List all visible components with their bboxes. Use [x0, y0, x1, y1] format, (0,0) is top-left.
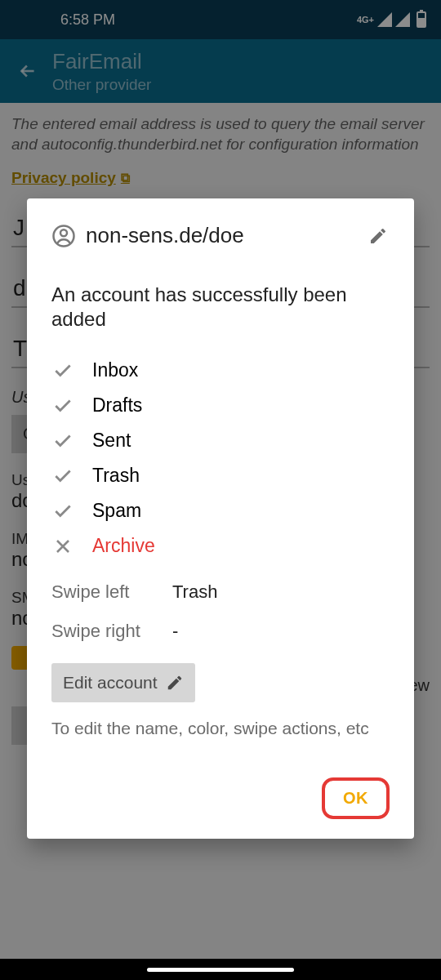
folder-name: Drafts — [92, 394, 142, 416]
ok-button[interactable]: OK — [322, 777, 390, 819]
pencil-icon — [166, 674, 184, 692]
folder-name: Trash — [92, 465, 140, 487]
edit-account-button[interactable]: Edit account — [51, 663, 195, 702]
account-added-dialog: non-sens.de/doe An account has successfu… — [27, 198, 414, 839]
swipe-right-row: Swipe right - — [51, 621, 390, 642]
dialog-title: non-sens.de/doe — [86, 223, 357, 248]
home-indicator[interactable] — [147, 968, 294, 972]
folder-list: Inbox Drafts Sent Trash Spam Archive — [51, 359, 390, 557]
folder-name: Sent — [92, 430, 131, 452]
navigation-bar — [0, 959, 441, 980]
folder-row: Sent — [51, 430, 390, 452]
check-icon — [51, 430, 74, 452]
check-icon — [51, 395, 74, 416]
swipe-right-value: - — [172, 621, 178, 642]
account-icon — [51, 224, 76, 248]
folder-row: Inbox — [51, 359, 390, 381]
folder-name: Inbox — [92, 359, 138, 381]
dialog-message: An account has successfully been added — [51, 283, 390, 332]
check-icon — [51, 501, 74, 522]
edit-account-label: Edit account — [63, 673, 158, 693]
folder-row: Spam — [51, 500, 390, 522]
edit-icon[interactable] — [367, 225, 390, 247]
check-icon — [51, 466, 74, 487]
edit-note: To edit the name, color, swipe actions, … — [51, 719, 390, 738]
folder-row: Archive — [51, 535, 390, 557]
folder-row: Trash — [51, 465, 390, 487]
swipe-left-value: Trash — [172, 581, 217, 603]
swipe-left-row: Swipe left Trash — [51, 581, 390, 603]
folder-name: Spam — [92, 500, 141, 522]
swipe-left-label: Swipe left — [51, 581, 149, 603]
x-icon — [51, 537, 74, 556]
svg-point-1 — [60, 229, 67, 236]
folder-name: Archive — [92, 535, 155, 557]
check-icon — [51, 360, 74, 381]
folder-row: Drafts — [51, 394, 390, 416]
swipe-right-label: Swipe right — [51, 621, 149, 642]
